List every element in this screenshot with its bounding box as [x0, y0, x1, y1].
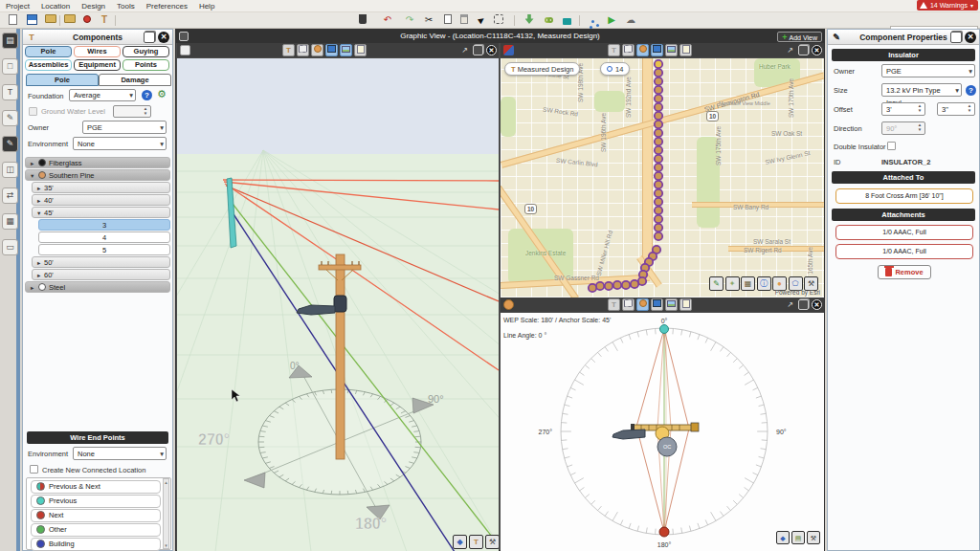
cut-icon[interactable]: ✂ — [422, 14, 435, 26]
subtab-pole[interactable]: Pole — [26, 74, 99, 86]
map-pole-marker[interactable] — [655, 60, 662, 68]
oc-marker[interactable]: OC — [657, 437, 677, 456]
delete-icon[interactable] — [356, 14, 369, 26]
design-layer-pill[interactable]: T Measured Design — [504, 62, 580, 76]
map-pole-marker[interactable] — [655, 112, 662, 120]
geo-view-button[interactable] — [325, 44, 338, 56]
expand-icon[interactable]: ↗ — [785, 45, 795, 55]
category-pole[interactable]: Pole — [25, 46, 72, 57]
map-pole-marker[interactable] — [655, 69, 662, 77]
expand-icon[interactable]: ► — [30, 282, 37, 294]
lock-icon[interactable] — [560, 14, 573, 26]
chart-icon[interactable]: ▦ — [2, 213, 18, 230]
category-guying[interactable]: Guying — [122, 46, 169, 57]
map-pole-marker[interactable] — [655, 77, 662, 85]
environment-dropdown[interactable]: None — [73, 137, 167, 150]
paste-icon[interactable] — [457, 14, 471, 26]
notes-view-button[interactable] — [354, 44, 367, 56]
tree-item-50[interactable]: ►50' — [32, 256, 170, 268]
layers-icon[interactable]: ▦ — [741, 276, 755, 291]
copy-icon[interactable] — [441, 14, 455, 26]
run-icon[interactable]: ▶ — [605, 14, 618, 26]
attachment-button[interactable]: 1/0 AAAC, Full — [835, 225, 973, 240]
map-pole-marker[interactable] — [655, 86, 662, 94]
wep-scrollbar[interactable] — [163, 478, 169, 549]
map-pole-marker[interactable] — [655, 138, 662, 145]
tree-item-fiberglass[interactable]: ►Fiberglass — [25, 157, 170, 168]
close-icon[interactable]: ✕ — [812, 299, 822, 310]
plan-view-button[interactable] — [636, 44, 649, 56]
help-icon[interactable]: ? — [142, 90, 152, 100]
menu-item-help[interactable]: Help — [193, 0, 220, 11]
pole-view-button[interactable]: T — [608, 298, 620, 311]
info-icon[interactable]: ⓘ — [757, 276, 771, 291]
wep-item-other[interactable]: Other — [31, 523, 161, 537]
tree-item-steel[interactable]: ►Steel — [25, 281, 170, 293]
ground-water-spinner[interactable]: ▲▼ — [113, 105, 151, 118]
map-view-button[interactable] — [622, 44, 635, 56]
close-icon[interactable]: ✕ — [965, 32, 976, 43]
expand-icon[interactable]: ► — [36, 195, 44, 207]
map-zoom-pill[interactable]: 14 — [600, 62, 630, 76]
offset-feet-spinner[interactable]: 3'▲▼ — [881, 102, 925, 116]
polygon-tool-button[interactable]: ◆ — [776, 531, 790, 544]
photo-view-button[interactable] — [340, 44, 352, 56]
menu-item-design[interactable]: Design — [76, 0, 111, 11]
add-view-button[interactable]: Add View — [777, 32, 822, 42]
map-pole-marker[interactable] — [655, 207, 662, 214]
pole-tool-button[interactable]: T — [469, 535, 483, 549]
polygon-tool-button[interactable]: ◆ — [453, 535, 467, 549]
map-pole-marker[interactable] — [613, 281, 621, 289]
expand-icon[interactable]: ► — [36, 183, 44, 194]
note-icon[interactable]: ▭ — [2, 239, 18, 255]
geo-view-button[interactable] — [651, 44, 663, 56]
plan-view-button[interactable] — [311, 44, 323, 56]
collapse-icon[interactable]: ▼ — [30, 170, 37, 182]
wep-next-marker[interactable] — [659, 527, 669, 537]
expand-icon[interactable]: ► — [30, 158, 37, 169]
size-dropdown[interactable]: 13.2 kV Pin Type Insul — [881, 83, 962, 97]
remove-button[interactable]: Remove — [878, 265, 931, 279]
create-connected-checkbox[interactable] — [30, 465, 38, 474]
popout-icon[interactable] — [473, 45, 483, 55]
category-equipment[interactable]: Equipment — [74, 59, 121, 71]
compass-canvas[interactable]: WEP Scale: 180' / Anchor Scale: 45' Line… — [501, 313, 824, 551]
map-pole-marker[interactable] — [655, 95, 662, 102]
expand-icon[interactable]: ↗ — [785, 299, 795, 310]
map-pole-marker[interactable] — [622, 281, 630, 289]
map-pole-marker[interactable] — [655, 103, 662, 111]
map-pole-marker[interactable] — [655, 146, 662, 154]
popout-icon[interactable] — [798, 45, 809, 55]
plan-icon[interactable] — [503, 299, 514, 310]
view3d-canvas[interactable]: 0° 90° 180° 270° — [177, 58, 499, 551]
map-canvas[interactable]: SW Deline StSW Rock RdSW 198th AveSW 196… — [501, 58, 824, 298]
file-icon[interactable]: □ — [2, 58, 18, 75]
map-view-button[interactable] — [622, 298, 635, 311]
photo-view-button[interactable] — [665, 298, 678, 311]
map-pole-marker[interactable] — [631, 280, 638, 288]
redo-icon[interactable]: ↷ — [403, 14, 416, 26]
app-switch-icon[interactable]: ▤ — [2, 33, 18, 49]
map-pole-marker[interactable] — [655, 164, 662, 171]
plan-view-button[interactable] — [636, 298, 649, 311]
location-pin-icon[interactable] — [80, 14, 94, 26]
double-insulator-checkbox[interactable] — [887, 142, 896, 150]
dock-divider[interactable] — [16, 29, 20, 551]
pole-view-button[interactable]: T — [608, 44, 620, 56]
menu-item-preferences[interactable]: Preferences — [141, 0, 193, 11]
category-points[interactable]: Points — [122, 59, 169, 71]
map-flag-icon[interactable] — [503, 45, 514, 55]
close-icon[interactable]: ✕ — [486, 45, 497, 55]
map-pole-marker[interactable] — [655, 198, 662, 206]
import-user-icon[interactable] — [523, 14, 536, 26]
ground-water-checkbox[interactable] — [29, 107, 37, 116]
notes-view-button[interactable] — [679, 44, 692, 56]
help-icon[interactable]: ? — [966, 85, 976, 96]
category-assemblies[interactable]: Assemblies — [25, 59, 72, 71]
ground-anchor-icon[interactable]: ⚙ — [157, 88, 167, 100]
owner-dropdown[interactable]: PGE — [881, 64, 975, 77]
wep-item-building[interactable]: Building — [31, 538, 161, 551]
tree-item-60[interactable]: ►60' — [32, 269, 170, 280]
subtab-damage[interactable]: Damage — [99, 74, 171, 86]
warnings-badge[interactable]: 14 Warnings▾ — [917, 0, 978, 11]
